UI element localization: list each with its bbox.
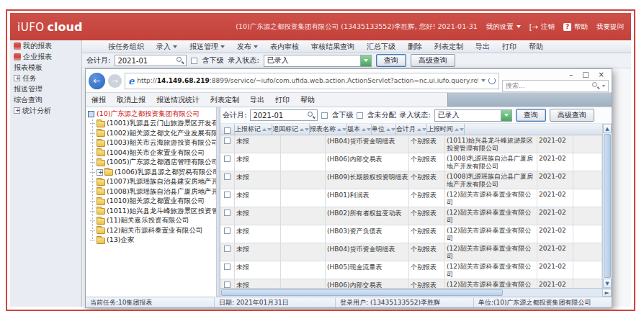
vertical-scrollbar[interactable]: ▲ ▼ bbox=[602, 124, 612, 288]
logout-button[interactable]: [→ 注销 bbox=[529, 22, 555, 32]
column-header[interactable]: 版本 bbox=[347, 124, 372, 135]
expand-icon[interactable] bbox=[14, 107, 20, 114]
expand-icon[interactable] bbox=[97, 169, 103, 176]
sort-asc-icon[interactable] bbox=[362, 128, 366, 131]
tree-node[interactable]: (1007)乳源瑶族自治县建安房地产开发有限公司 bbox=[88, 177, 216, 187]
magnifier-icon[interactable] bbox=[308, 112, 315, 119]
row-checkbox[interactable] bbox=[224, 192, 231, 198]
sidebar-item[interactable]: 报送管理 bbox=[10, 84, 81, 94]
tree-node[interactable]: (1005)广东源之都酒店管理有限公司 bbox=[88, 158, 216, 168]
sort-asc-icon[interactable] bbox=[300, 128, 304, 131]
advanced-query-button[interactable]: 高级查询 bbox=[550, 109, 594, 122]
scroll-down-icon[interactable]: ▼ bbox=[603, 279, 612, 288]
tree-node[interactable]: (1002)韶关源之都文化产业发展有限公司 bbox=[88, 129, 216, 139]
popup-menu-item[interactable]: 报送情况统计 bbox=[156, 95, 200, 105]
back-button[interactable]: ← bbox=[89, 73, 105, 89]
popup-menu-item[interactable]: 帮助 bbox=[300, 95, 315, 105]
popup-menu-item[interactable]: 导出 bbox=[250, 95, 264, 105]
horizontal-scrollbar[interactable]: ► bbox=[220, 288, 612, 297]
include-unassigned-checkbox[interactable] bbox=[357, 112, 363, 119]
scroll-right-icon[interactable]: ► bbox=[602, 289, 612, 297]
sort-desc-icon[interactable] bbox=[305, 128, 309, 131]
query-button[interactable]: 查询 bbox=[516, 109, 546, 122]
menu-item[interactable]: 表内审核 bbox=[270, 42, 299, 52]
table-row[interactable]: 未报 (HB04)货币资金明细表 个别报表 (12)韶关市源科泰置业有限公司 2… bbox=[220, 243, 602, 261]
tree-node[interactable]: (13)企家 bbox=[88, 235, 216, 246]
popup-menu-item[interactable]: 列表定制 bbox=[210, 95, 239, 105]
tree-node[interactable]: (1004)韶关市企家置业有限公司 bbox=[88, 148, 216, 158]
table-row[interactable]: 未报 (HB06)内部交易表 个别报表 (12)韶关市源科泰置业有限公司 202… bbox=[220, 279, 602, 288]
tree-node[interactable]: (11)韶关嘉乐投资有限公司 bbox=[88, 216, 216, 226]
sort-desc-icon[interactable] bbox=[391, 128, 395, 131]
scrollbar-thumb[interactable] bbox=[604, 134, 611, 278]
tree-node[interactable]: (1011)始兴县龙斗峰旅游景区投资管理有限公司 bbox=[88, 207, 216, 217]
sort-asc-icon[interactable] bbox=[337, 128, 341, 131]
column-header[interactable]: 上报标记 bbox=[235, 124, 272, 135]
sidebar-item[interactable]: 企业报表 bbox=[10, 51, 81, 62]
scrollbar-thumb[interactable] bbox=[221, 289, 503, 296]
row-checkbox[interactable] bbox=[224, 156, 231, 162]
period-field[interactable] bbox=[250, 109, 318, 121]
tree-node[interactable]: (1008)乳源瑶族自治县广厦房地产开发有限公司 bbox=[88, 187, 216, 197]
maximize-button[interactable]: □ bbox=[582, 71, 589, 78]
tree-root-node[interactable]: (10)广东源之都投资集团有限公司 bbox=[88, 109, 216, 119]
table-row[interactable]: 未报 (HB01)利润表 个别报表 (12)韶关市源科泰置业有限公司 2021-… bbox=[220, 189, 602, 207]
row-checkbox[interactable] bbox=[224, 228, 231, 234]
include-sub-checkbox[interactable] bbox=[321, 112, 328, 119]
period-input[interactable] bbox=[253, 112, 305, 120]
tree-node[interactable]: (12)韶关市源科泰置业有限公司 bbox=[88, 226, 216, 236]
select-all-checkbox[interactable] bbox=[224, 127, 231, 134]
forward-button[interactable]: → bbox=[108, 74, 122, 88]
sidebar-item[interactable]: 报表模板 bbox=[10, 62, 81, 73]
popup-menu-item[interactable]: 打印 bbox=[275, 95, 290, 105]
table-row[interactable]: 未报 (HB06)内部交易表 个别报表 (1008)乳源瑶族自治县广厦房地产开发… bbox=[220, 153, 602, 171]
menu-item[interactable]: 导出 bbox=[475, 42, 490, 52]
menu-item[interactable]: 审核结果查询 bbox=[311, 42, 354, 52]
select-arrow-icon[interactable] bbox=[360, 55, 371, 66]
period-input[interactable] bbox=[117, 57, 174, 65]
column-header[interactable]: 报表名称 bbox=[310, 124, 347, 135]
row-checkbox[interactable] bbox=[224, 246, 231, 252]
table-row[interactable]: 未报 (HB03)资产负债表 个别报表 (12)韶关市源科泰置业有限公司 202… bbox=[220, 225, 602, 243]
expand-icon[interactable] bbox=[14, 75, 20, 81]
search-dropdown-icon[interactable] bbox=[602, 85, 605, 87]
sort-asc-icon[interactable] bbox=[417, 128, 421, 131]
popup-menu-item[interactable]: 取消上报 bbox=[117, 95, 146, 105]
search-icon[interactable] bbox=[592, 82, 599, 89]
entry-state-select[interactable]: 已录入 bbox=[434, 109, 512, 122]
menu-item[interactable]: 删除 bbox=[408, 42, 422, 52]
table-row[interactable]: 未报 (HB09)长期股权投资明细表 个别报表 (1008)乳源瑶族自治县广厦房… bbox=[220, 171, 602, 189]
table-row[interactable]: 未报 (HB05)现金流量表 个别报表 (12)韶关市源科泰置业有限公司 202… bbox=[220, 261, 602, 279]
sidebar-item[interactable]: 任务 bbox=[10, 73, 81, 84]
query-button[interactable]: 查询 bbox=[376, 54, 406, 67]
minimize-button[interactable]: – bbox=[569, 71, 573, 78]
help-button[interactable]: ? 帮助 bbox=[563, 22, 588, 32]
sidebar-item[interactable]: 统计分析 bbox=[10, 105, 81, 116]
sort-desc-icon[interactable] bbox=[267, 128, 272, 131]
menu-item[interactable]: 列表定制 bbox=[434, 42, 463, 52]
sort-desc-icon[interactable] bbox=[367, 128, 371, 131]
sort-desc-icon[interactable] bbox=[342, 128, 346, 131]
address-bar[interactable]: e http://14.149.68.219:8899/service/~iuf… bbox=[125, 73, 499, 89]
column-header[interactable]: 会计月 bbox=[396, 124, 427, 135]
row-checkbox[interactable] bbox=[224, 264, 231, 270]
include-sub-checkbox[interactable] bbox=[191, 58, 197, 64]
close-button[interactable]: × bbox=[599, 71, 604, 78]
refresh-icon[interactable] bbox=[488, 77, 496, 84]
table-row[interactable]: 未报 (HB04)货币资金明细表 个别报表 (1011)始兴县龙斗峰旅游景区投资… bbox=[220, 135, 602, 153]
menu-item[interactable]: 按任务组织 bbox=[108, 42, 144, 52]
popup-menu-item[interactable]: 催报 bbox=[91, 95, 106, 105]
tree-node[interactable]: (1006)乳源县源之都贸易有限公司 bbox=[88, 168, 216, 178]
sort-desc-icon[interactable] bbox=[422, 128, 426, 131]
select-arrow-icon[interactable] bbox=[501, 110, 511, 121]
url-text[interactable]: http://14.149.68.219:8899/service/~iufo/… bbox=[137, 77, 478, 84]
period-field[interactable] bbox=[115, 55, 187, 66]
menu-item[interactable]: 录入 bbox=[156, 42, 177, 52]
entry-state-select[interactable]: 已录入 bbox=[264, 55, 372, 67]
tree-node[interactable]: (1001)乳源县云门山旅游景区开发有限公司 bbox=[88, 119, 216, 129]
sidebar-item[interactable]: 综合查询 bbox=[10, 94, 81, 105]
sort-asc-icon[interactable] bbox=[262, 128, 267, 131]
sort-asc-icon[interactable] bbox=[386, 128, 390, 131]
menu-item[interactable]: 报送管理 bbox=[189, 42, 225, 52]
menu-item[interactable]: 发布 bbox=[237, 42, 258, 52]
